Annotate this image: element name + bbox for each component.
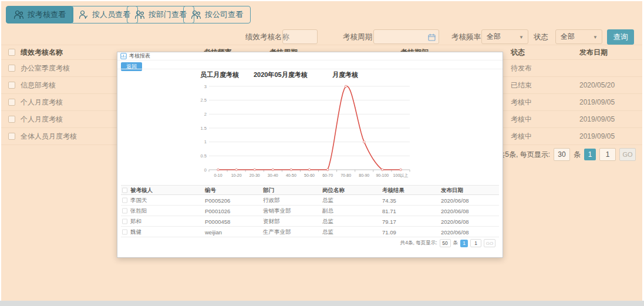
view-by-assessment-label: 按考核查看 xyxy=(28,9,66,20)
page-size-input[interactable] xyxy=(440,239,451,247)
score: 74.35 xyxy=(382,197,396,203)
go-button[interactable]: GO xyxy=(484,239,495,247)
publish-date: 2020/06/08 xyxy=(441,228,469,235)
sort-icon[interactable]: ▲▼ xyxy=(385,187,388,193)
assessee-name: 魏健 xyxy=(130,228,141,236)
goto-page-input[interactable] xyxy=(470,239,481,247)
department: 资财部 xyxy=(263,217,280,225)
table-row[interactable]: 魏健 weijian 生产事业部 总监 71.09 2020/06/08 xyxy=(121,227,499,237)
assessee-name: 张胜阳 xyxy=(130,207,147,214)
chevron-down-icon: ▼ xyxy=(593,35,598,40)
employee-id: weijian xyxy=(205,228,222,235)
window-edge xyxy=(0,301,644,306)
view-by-company-label: 按公司查看 xyxy=(205,9,243,20)
col-assessment-name: 绩效考核名称 xyxy=(21,48,63,58)
row-checkbox[interactable] xyxy=(122,229,127,234)
publish-date: 2020/05/20 xyxy=(579,81,615,89)
employee-id: P0005206 xyxy=(205,197,230,203)
score: 81.71 xyxy=(382,207,396,214)
col-publish-date: 发布日期 xyxy=(441,186,463,194)
person-check-icon xyxy=(78,10,89,19)
svg-text:60-70: 60-70 xyxy=(322,173,333,177)
frequency-select[interactable]: 全部 ▼ xyxy=(481,29,528,44)
modal-pagination: 共4条, 每页显示: 条 1 GO xyxy=(400,239,495,247)
assessment-name-input[interactable] xyxy=(282,29,318,44)
publish-date: 2019/09/05 xyxy=(579,132,615,140)
col-position: 岗位名称 xyxy=(322,186,345,194)
search-button[interactable]: 查询 xyxy=(607,29,634,45)
table-row[interactable]: 李国天 P0005206 行政部 总监 74.35 2020/06/08 xyxy=(121,195,499,206)
status-badge: 考核中 xyxy=(511,115,532,125)
col-department: 部门 xyxy=(263,186,274,194)
row-checkbox[interactable] xyxy=(8,99,15,106)
sort-icon[interactable]: ▲▼ xyxy=(582,49,585,55)
row-checkbox[interactable] xyxy=(122,218,127,224)
svg-text:2.5: 2.5 xyxy=(201,97,207,103)
report-name: 员工月度考核 xyxy=(200,70,239,79)
svg-text:40-50: 40-50 xyxy=(286,173,296,177)
pagination: 共5条, 每页显示: 条 1 GO xyxy=(498,148,636,161)
chevron-down-icon: ▼ xyxy=(519,35,524,40)
row-checkbox[interactable] xyxy=(122,197,127,203)
position: 总监 xyxy=(322,217,333,225)
svg-text:1: 1 xyxy=(204,139,207,144)
assessee-name: 李国天 xyxy=(130,196,147,204)
employee-id: P0001026 xyxy=(205,207,230,214)
position: 总监 xyxy=(322,196,333,204)
status-badge: 考核中 xyxy=(511,97,532,107)
sort-icon[interactable]: ▲▼ xyxy=(207,187,211,193)
result-table: 被考核人 编号▲▼ 部门 岗位名称 考核结果▲▼ 发布日期 李国天 P00052… xyxy=(121,185,499,237)
select-all-checkbox[interactable] xyxy=(122,187,127,193)
svg-text:100以上: 100以上 xyxy=(393,173,409,177)
view-by-company-button[interactable]: 按公司查看 xyxy=(183,6,251,23)
score: 71.09 xyxy=(382,228,396,235)
assessment-period-input[interactable] xyxy=(373,29,439,44)
page-button-1[interactable]: 1 xyxy=(584,149,596,160)
row-checkbox[interactable] xyxy=(8,133,15,140)
publish-date: 2020/06/08 xyxy=(441,207,469,214)
page-button-1[interactable]: 1 xyxy=(460,240,468,247)
app-background: 按考核查看 按人员查看 按部门查看 按公司查看 绩效考核名称 考核周期 考核频率… xyxy=(1,1,642,301)
row-checkbox[interactable] xyxy=(8,116,15,123)
select-all-checkbox[interactable] xyxy=(8,49,15,56)
svg-text:90-100: 90-100 xyxy=(376,173,389,177)
report-chart: 00.511.522.530-1010-2020-3030-4040-5050-… xyxy=(187,79,422,178)
svg-text:50-60: 50-60 xyxy=(304,173,315,177)
pagination-unit: 条 xyxy=(574,150,581,160)
assessment-name: 信息部考核 xyxy=(21,80,56,90)
row-checkbox[interactable] xyxy=(8,82,15,89)
row-checkbox[interactable] xyxy=(8,65,15,72)
go-button[interactable]: GO xyxy=(619,148,636,161)
publish-date: 2020/06/08 xyxy=(441,197,469,203)
view-by-assessment-button[interactable]: 按考核查看 xyxy=(6,6,73,23)
filter-bar: 绩效考核名称 考核周期 考核频率 全部 ▼ 状态 全部 ▼ 查询 xyxy=(1,28,642,46)
status-badge: 待发布 xyxy=(511,63,532,73)
frequency-value: 全部 xyxy=(487,32,501,42)
page-size-input[interactable] xyxy=(554,148,570,161)
calendar-icon[interactable] xyxy=(428,33,436,41)
pagination-unit: 条 xyxy=(453,240,458,247)
status-value: 全部 xyxy=(561,32,575,42)
svg-text:20-30: 20-30 xyxy=(249,173,260,177)
svg-text:0-10: 0-10 xyxy=(214,173,222,177)
people-icon xyxy=(191,10,201,19)
goto-page-input[interactable] xyxy=(599,148,616,161)
row-checkbox[interactable] xyxy=(122,208,127,213)
table-row[interactable]: 张胜阳 P0001026 营销事业部 副总 81.71 2020/06/08 xyxy=(121,206,499,216)
position: 副总 xyxy=(322,207,333,214)
table-row[interactable]: 郑和 P0000458 资财部 总监 79.17 2020/06/08 xyxy=(121,216,499,227)
status-badge: 已结束 xyxy=(511,80,532,90)
sort-icon[interactable]: ▲▼ xyxy=(513,49,517,55)
status-select[interactable]: 全部 ▼ xyxy=(555,29,602,44)
report-icon xyxy=(120,53,127,59)
pagination-summary: 共4条, 每页显示: xyxy=(400,240,437,247)
back-button[interactable]: 返回 xyxy=(121,62,142,71)
svg-text:30-40: 30-40 xyxy=(268,173,278,177)
assessment-period-label: 考核周期 xyxy=(343,32,372,42)
view-by-person-label: 按人员查看 xyxy=(92,9,130,20)
result-table-header: 被考核人 编号▲▼ 部门 岗位名称 考核结果▲▼ 发布日期 xyxy=(121,185,499,195)
position: 总监 xyxy=(322,228,333,236)
svg-text:80-90: 80-90 xyxy=(359,173,369,177)
assessee-name: 郑和 xyxy=(130,217,141,225)
department: 营销事业部 xyxy=(263,207,291,214)
